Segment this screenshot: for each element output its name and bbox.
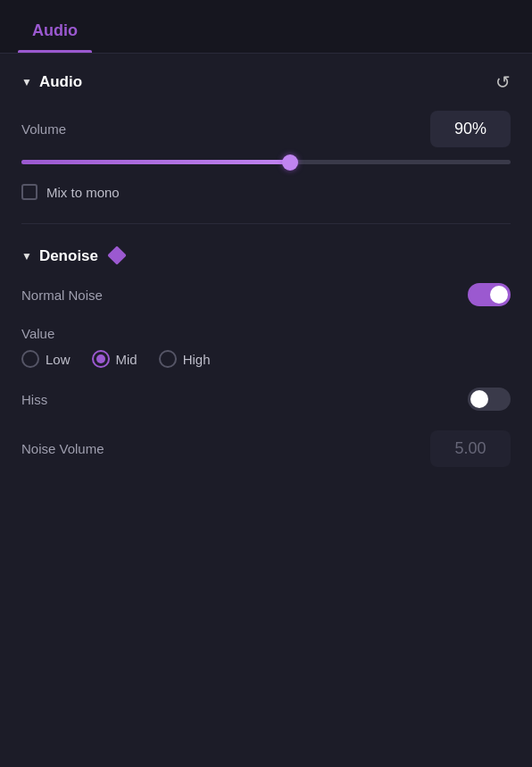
hiss-row: Hiss <box>21 388 511 411</box>
normal-noise-row: Normal Noise <box>21 283 511 306</box>
tab-bar: Audio <box>0 0 532 54</box>
mix-to-mono-label: Mix to mono <box>46 185 120 200</box>
tab-audio[interactable]: Audio <box>18 13 92 53</box>
radio-label-mid: Mid <box>116 352 137 367</box>
denoise-title-left: ▼ Denoise <box>21 247 125 265</box>
volume-slider-track <box>21 160 511 164</box>
denoise-section-header: ▼ Denoise <box>21 247 511 265</box>
audio-section: ▼ Audio ↺ Volume 90% Mix to mono <box>0 54 532 218</box>
audio-section-header: ▼ Audio ↺ <box>21 71 511 93</box>
audio-chevron-icon[interactable]: ▼ <box>21 76 32 88</box>
tab-audio-label: Audio <box>32 21 78 39</box>
volume-slider-container[interactable] <box>21 156 511 168</box>
radio-circle-high <box>159 350 177 368</box>
normal-noise-toggle[interactable] <box>468 283 511 306</box>
denoise-section: ▼ Denoise Normal Noise Value Low <box>0 229 532 485</box>
radio-option-low[interactable]: Low <box>21 350 71 368</box>
denoise-section-title: Denoise <box>39 247 98 265</box>
volume-label: Volume <box>21 121 66 137</box>
radio-label-high: High <box>183 352 211 367</box>
volume-slider-thumb[interactable] <box>282 154 298 171</box>
noise-volume-value: 5.00 <box>430 430 511 467</box>
mix-to-mono-checkbox[interactable] <box>21 184 37 200</box>
main-content: ▼ Audio ↺ Volume 90% Mix to mono <box>0 54 532 767</box>
volume-slider-fill <box>21 160 290 164</box>
radio-circle-mid <box>92 350 110 368</box>
mix-to-mono-row: Mix to mono <box>21 184 511 200</box>
premium-diamond-icon <box>107 246 127 265</box>
volume-value-box[interactable]: 90% <box>430 111 511 147</box>
hiss-toggle[interactable] <box>468 388 511 411</box>
audio-reset-icon[interactable]: ↺ <box>495 71 511 93</box>
hiss-label: Hiss <box>21 392 47 407</box>
hiss-toggle-knob <box>470 390 488 408</box>
value-group: Value Low Mid High <box>21 326 511 368</box>
audio-section-title: Audio <box>39 73 82 91</box>
normal-noise-toggle-knob <box>490 286 508 304</box>
value-group-label: Value <box>21 326 511 341</box>
radio-circle-low <box>21 350 39 368</box>
denoise-chevron-icon[interactable]: ▼ <box>21 250 32 263</box>
volume-control-row: Volume 90% <box>21 111 511 147</box>
radio-label-low: Low <box>46 352 71 367</box>
section-divider <box>21 223 511 224</box>
noise-volume-label: Noise Volume <box>21 441 104 456</box>
radio-option-high[interactable]: High <box>159 350 211 368</box>
radio-group: Low Mid High <box>21 350 511 368</box>
noise-volume-row: Noise Volume 5.00 <box>21 430 511 467</box>
app-container: Audio ▼ Audio ↺ Volume 90% <box>0 0 532 767</box>
normal-noise-label: Normal Noise <box>21 288 103 303</box>
radio-option-mid[interactable]: Mid <box>92 350 137 368</box>
audio-title-left: ▼ Audio <box>21 73 82 91</box>
